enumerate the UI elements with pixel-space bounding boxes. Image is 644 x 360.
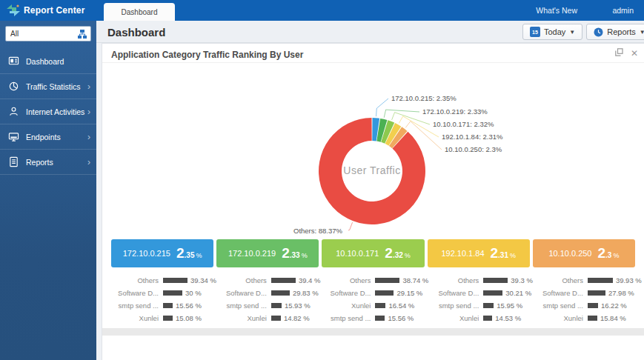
sidebar-item-reports[interactable]: Reports › (0, 150, 96, 175)
chart-center-label: User Traffic (328, 164, 416, 176)
stat-value: 39.3 % (511, 276, 533, 284)
donut-chart: User Traffic 172.10.0.215: 2.35%172.10.0… (102, 63, 644, 239)
sidebar-menu: Dashboard › Traffic Statistics › Interne… (0, 49, 96, 175)
app-header: Report Center Dashboard What's New admin (0, 0, 644, 21)
app-logo-icon (5, 2, 21, 19)
stat-value: 39.34 % (190, 276, 216, 284)
card-value-dec: .31 (498, 251, 508, 259)
pie-label-10.10.0.171: 10.10.0.171: 2.32% (433, 120, 494, 128)
stat-value: 15.95 % (497, 301, 522, 310)
card-ip: 172.10.0.219 (228, 249, 276, 258)
sidebar-item-label: Reports (26, 158, 87, 167)
caret-down-icon: ▼ (640, 29, 644, 36)
stat-label: Others (431, 276, 479, 284)
stat-label: Software D... (431, 289, 479, 297)
stat-row: Xunlei 15.08 % (111, 313, 216, 323)
scope-dropdown[interactable]: All (5, 26, 91, 41)
traffic-card-192.10.1.84[interactable]: 192.10.1.84 2.31% (428, 239, 530, 267)
user-menu[interactable]: admin (612, 6, 634, 15)
stat-row: Others 39.34 % (111, 275, 216, 285)
sidebar-item-endpoints[interactable]: Endpoints › (0, 124, 96, 150)
stat-bar (163, 303, 173, 308)
card-value-dec: .32 (393, 251, 403, 259)
card-value-dec: .3 (605, 251, 611, 259)
stat-label: smtp send ... (431, 301, 479, 310)
pie-label-192.10.1.84: 192.10.1.84: 2.31% (442, 133, 502, 141)
today-button-label: Today (544, 27, 565, 36)
stat-label: Xunlei (323, 301, 371, 310)
card-ip: 10.10.0.171 (336, 249, 379, 258)
stat-bar (271, 278, 296, 283)
category-stats-row: Others 39.34 % Software D... 30 % smtp s… (102, 267, 644, 325)
stat-bar (375, 303, 385, 308)
sidebar-item-traffic-statistics[interactable]: Traffic Statistics › (0, 74, 96, 99)
expand-icon[interactable] (615, 48, 623, 58)
stat-label: Xunlei (431, 314, 479, 322)
stat-row: Xunlei 15.84 % (536, 313, 642, 323)
chevron-right-icon: › (87, 132, 90, 142)
stat-row: Xunlei 14.82 % (219, 313, 321, 323)
stat-row: smtp send ... 15.56 % (111, 300, 216, 310)
traffic-cards-row: 172.10.0.215 2.35% 172.10.0.219 2.33% 10… (102, 239, 644, 267)
stat-bar (483, 316, 492, 321)
stat-label: Others (536, 276, 583, 284)
pie-label-172.10.0.215: 172.10.0.215: 2.35% (391, 94, 457, 102)
stat-bar (163, 278, 187, 283)
stat-value: 39.93 % (616, 276, 642, 284)
stat-label: smtp send ... (536, 301, 583, 310)
chevron-right-icon: › (87, 81, 90, 92)
donut-svg (102, 63, 644, 239)
stat-row: smtp send ... 15.95 % (431, 300, 533, 310)
card-value-int: 2 (282, 245, 290, 261)
sidebar-item-internet-activities[interactable]: Internet Activities › (0, 99, 96, 124)
sidebar: All Dashboard › Traffic Statistics › Int… (0, 21, 96, 360)
stat-row: smtp send ... 15.93 % (219, 300, 321, 310)
today-button[interactable]: 15 Today ▼ (522, 24, 582, 40)
reports-button-label: Reports (607, 27, 636, 36)
stat-row: Others 39.93 % (536, 275, 642, 285)
stat-bar (483, 303, 494, 308)
stat-row: Software D... 30.21 % (431, 287, 533, 298)
traffic-card-172.10.0.215[interactable]: 172.10.0.215 2.35% (111, 239, 213, 267)
stat-row: Others 39.3 % (431, 275, 533, 285)
stat-value: 27.98 % (608, 289, 634, 297)
card-percent-sign: % (510, 252, 516, 259)
stat-bar (271, 303, 282, 308)
pie-label-10.10.0.250: 10.10.0.250: 2.3% (445, 145, 502, 153)
card-value-int: 2 (598, 245, 606, 261)
chevron-right-icon: › (87, 157, 90, 167)
stat-label: Xunlei (536, 314, 583, 322)
card-value-dec: .35 (185, 251, 195, 259)
stat-label: smtp send ... (323, 314, 371, 322)
card-value-int: 2 (176, 245, 185, 261)
stat-bar (163, 316, 173, 321)
stat-value: 15.84 % (600, 314, 626, 322)
stat-label: smtp send ... (111, 301, 159, 310)
sidebar-item-dashboard[interactable]: Dashboard › (0, 49, 96, 74)
stat-column: Others 39.93 % Software D... 27.98 % smt… (536, 275, 642, 325)
traffic-card-10.10.0.171[interactable]: 10.10.0.171 2.32% (322, 239, 424, 267)
stat-row: Software D... 29.83 % (219, 287, 321, 298)
traffic-card-172.10.0.219[interactable]: 172.10.0.219 2.33% (216, 239, 319, 267)
reports-button[interactable]: Reports ▼ (586, 24, 644, 40)
card-value-int: 2 (385, 245, 393, 261)
stat-value: 14.53 % (495, 314, 521, 322)
close-icon[interactable]: ✕ (631, 49, 638, 58)
clock-icon (594, 27, 603, 37)
whats-new-link[interactable]: What's New (536, 6, 577, 15)
traffic-card-10.10.0.250[interactable]: 10.10.0.250 2.3% (533, 239, 635, 267)
stat-label: Others (111, 276, 159, 284)
pie-label-172.10.0.219: 172.10.0.219: 2.33% (422, 107, 488, 116)
stat-label: Others (219, 276, 267, 284)
stat-row: smtp send ... 16.22 % (536, 300, 642, 310)
pie-label-line (384, 110, 419, 118)
tab-dashboard[interactable]: Dashboard (104, 3, 175, 21)
chevron-right-icon: › (87, 107, 90, 117)
calendar-icon: 15 (530, 27, 540, 37)
stat-value: 15.56 % (176, 301, 202, 310)
stat-column: Others 38.74 % Software D... 29.15 % Xun… (323, 275, 428, 325)
horizontal-scrollbar[interactable] (102, 328, 644, 336)
stat-bar (375, 316, 385, 321)
main-content: Dashboard 15 Today ▼ Reports ▼ E (96, 21, 644, 360)
stat-bar (483, 290, 502, 296)
